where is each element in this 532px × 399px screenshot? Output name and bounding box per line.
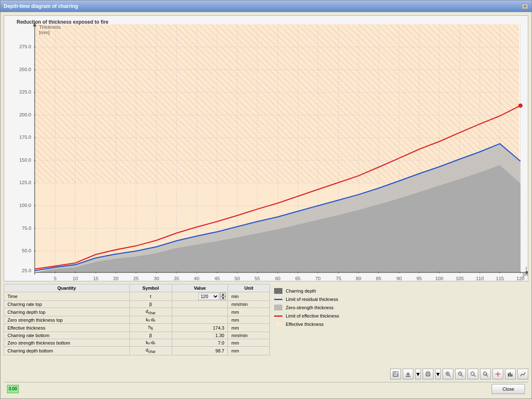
print-button[interactable] [423,369,433,379]
unit-effective-thickness: mm [228,324,270,332]
col-quantity: Quantity [4,284,130,292]
svg-text:35: 35 [174,276,179,281]
row-charring-depth-bottom: Charring depth bottom dchar 98.7 mm [4,347,270,355]
symbol-charring-rate-top: β [129,301,172,308]
quantity-time: Time [4,292,130,301]
svg-text:15: 15 [93,276,99,281]
time-down-button[interactable]: ▼ [220,296,226,300]
legend-swatch-charring [274,288,282,294]
save-button[interactable] [390,369,401,379]
window-close-button[interactable]: × [522,3,528,9]
value-zero-strength-bottom: 7.0 [172,339,228,347]
value-charring-depth-top [172,308,228,316]
value-effective-thickness: 174.3 [172,324,228,332]
legend-swatch-effective-line [274,315,282,317]
bar-chart-button[interactable] [505,369,516,379]
data-table: Quantity Symbol Value Unit Time t [4,284,270,355]
title-bar: Depth-time diagram of charring × [0,0,532,12]
print-dropdown-button[interactable]: ▼ [435,369,441,379]
svg-text:100: 100 [435,276,443,281]
value-zero-strength-top [172,316,228,324]
svg-text:50: 50 [235,276,240,281]
window-title: Depth-time diagram of charring [4,3,78,9]
chart-area: 275.0 250.0 225.0 200.0 175.0 150.0 125.… [4,15,528,281]
svg-text:25.0: 25.0 [22,268,31,273]
svg-text:100.0: 100.0 [19,203,31,208]
zoom-reset-button[interactable]: 1:1 [480,369,491,379]
svg-text:50.0: 50.0 [22,248,31,253]
svg-text:125.0: 125.0 [19,180,31,185]
svg-text:80: 80 [356,276,361,281]
legend-effective-area: Effective thickness [274,321,528,327]
col-unit: Unit [228,284,270,292]
close-button[interactable]: Close [492,384,525,394]
time-up-button[interactable]: ▲ [220,293,226,296]
svg-line-128 [449,375,450,377]
unit-zero-strength-bottom: mm [228,339,270,347]
svg-text:150.0: 150.0 [19,158,31,163]
svg-text:60: 60 [275,276,280,281]
svg-text:75.0: 75.0 [22,226,31,231]
svg-text:95: 95 [416,276,422,281]
legend-effective-line: Limit of effective thickness [274,313,528,319]
svg-text:1:1: 1:1 [484,373,488,375]
symbol-charring-rate-bottom: β [129,332,172,339]
svg-text:175.0: 175.0 [19,135,31,140]
legend-section: Charring depth Limit of residual thickne… [274,284,528,367]
status-value: 0.00 [9,387,17,391]
row-charring-rate-bottom: Charring rate bottom β 1.30 mm/min [4,332,270,339]
zoom-in-button[interactable] [443,369,453,379]
svg-text:10: 10 [73,276,78,281]
status-bar: 0.00 Close [4,382,528,395]
unit-time: min [228,292,270,301]
chart-title: Reduction of thickness exposed to fire [17,19,109,25]
quantity-effective-thickness: Effective thickness [4,324,130,332]
export-button[interactable] [403,369,413,379]
svg-text:85: 85 [376,276,381,281]
svg-text:200.0: 200.0 [19,112,31,117]
svg-text:Thickness: Thickness [39,25,61,30]
svg-rect-121 [394,374,397,376]
symbol-time: t [129,292,172,301]
row-charring-depth-top: Charring depth top dchar mm [4,308,270,316]
status-indicator: 0.00 [7,385,19,393]
legend-label-zero: Zero-strength thickness [286,305,334,310]
col-value: Value [172,284,228,292]
svg-text:115: 115 [496,276,504,281]
main-window: Depth-time diagram of charring × [0,0,532,399]
export-dropdown-button[interactable]: ▼ [415,369,421,379]
legend-label-effective-area: Effective thickness [286,322,324,327]
unit-charring-rate-bottom: mm/min [228,332,270,339]
unit-charring-depth-top: mm [228,308,270,316]
row-charring-rate-top: Charring rate top β mm/min [4,301,270,308]
time-select[interactable]: 120 60 90 [198,293,219,300]
symbol-zero-strength-top: k₀·d₀ [129,316,172,324]
row-zero-strength-bottom: Zero strength thickness bottom k₀·d₀ 7.0… [4,339,270,347]
value-time[interactable]: 120 60 90 ▲ ▼ [172,292,228,301]
svg-rect-120 [394,372,396,373]
svg-rect-142 [510,372,511,377]
main-content: 275.0 250.0 225.0 200.0 175.0 150.0 125.… [0,12,532,399]
zoom-fit-button[interactable] [468,369,478,379]
svg-text:30: 30 [154,276,159,281]
row-time: Time t 120 60 90 [4,292,270,301]
svg-text:90: 90 [396,276,402,281]
quantity-charring-rate-bottom: Charring rate bottom [4,332,130,339]
zoom-out-button[interactable] [455,369,466,379]
svg-text:75: 75 [336,276,341,281]
value-charring-rate-bottom: 1.30 [172,332,228,339]
line-chart-button[interactable] [517,369,528,379]
legend-label-residual: Limit of residual thickness [286,297,338,302]
quantity-charring-rate-top: Charring rate top [4,301,130,308]
chart-svg: 275.0 250.0 225.0 200.0 175.0 150.0 125.… [4,16,528,281]
svg-text:105: 105 [456,276,464,281]
quantity-zero-strength-top: Zero strength thickness top [4,316,130,324]
toolbar-section: ▼ ▼ 1:1 [274,369,528,379]
legend-zero-strength: Zero-strength thickness [274,305,528,310]
symbol-charring-depth-top: dchar [129,308,172,316]
legend-swatch-residual [274,299,282,300]
legend-toolbar-container: Charring depth Limit of residual thickne… [274,284,528,379]
svg-point-41 [518,103,522,108]
cross-button[interactable] [492,369,503,379]
row-zero-strength-top: Zero strength thickness top k₀·d₀ mm [4,316,270,324]
